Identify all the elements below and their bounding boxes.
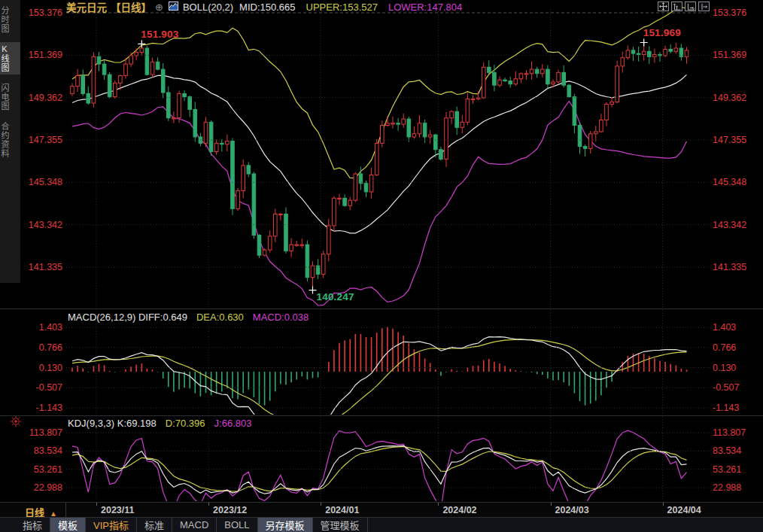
price-axis-label-left: 153.376 bbox=[21, 8, 62, 18]
circle-plus-icon[interactable]: ⊕ bbox=[155, 2, 163, 13]
month-label: 2024/03 bbox=[555, 505, 589, 515]
bottom-tab-6[interactable]: 另存模板 bbox=[258, 518, 313, 532]
sidebar-item-contract-info[interactable]: 合约资料 bbox=[0, 120, 20, 160]
panel-divider bbox=[0, 309, 763, 309]
price-axis-label-left: 141.335 bbox=[21, 262, 62, 272]
period-tag: 【日线】 bbox=[111, 0, 151, 14]
kdj-axis-label-right: 83.534 bbox=[713, 445, 761, 456]
macd-axis-label-left: -0.507 bbox=[21, 382, 62, 393]
price-annotation: 140.247 bbox=[317, 291, 354, 302]
kdj-title-k: KDJ(9,3,3) K:69.198 bbox=[68, 418, 157, 429]
crosshair-move-icon[interactable] bbox=[658, 2, 669, 11]
price-axis-label-right: 147.355 bbox=[713, 135, 761, 145]
macd-axis-label-left: 1.403 bbox=[21, 322, 62, 333]
price-axis-label-left: 147.355 bbox=[21, 135, 62, 145]
mini-chart-icon[interactable] bbox=[169, 2, 178, 13]
time-axis-row: 日线▲ 2023/112023/122024/012024/022024/032… bbox=[0, 502, 763, 517]
macd-title-diff: MACD(26,12,9) DIFF:0.649 bbox=[68, 312, 187, 323]
bottom-tab-0[interactable]: 指标 bbox=[15, 518, 50, 532]
macd-axis-label-right: 0.766 bbox=[713, 342, 761, 353]
price-axis-label-right: 153.376 bbox=[713, 8, 761, 18]
kdj-axis-label-left: 83.534 bbox=[21, 445, 62, 456]
month-tick bbox=[321, 503, 321, 506]
macd-axis-label-right: -0.507 bbox=[713, 382, 761, 393]
price-chart-canvas[interactable] bbox=[0, 0, 763, 532]
macd-axis-label-right: 0.130 bbox=[713, 363, 761, 373]
bottom-tab-7[interactable]: 管理模板 bbox=[313, 518, 368, 532]
price-axis-label-right: 143.342 bbox=[713, 220, 761, 230]
kdj-axis-label-left: 22.988 bbox=[21, 482, 62, 493]
bottom-tab-3[interactable]: 标准 bbox=[137, 518, 172, 532]
month-tick bbox=[551, 503, 552, 506]
kdj-j-value: J:66.803 bbox=[214, 418, 252, 429]
kdj-axis-label-right: 53.261 bbox=[713, 464, 761, 475]
symbol-title: 美元日元 bbox=[66, 0, 107, 14]
kdj-d-value: D:70.396 bbox=[166, 418, 205, 429]
price-axis-label-right: 149.362 bbox=[713, 93, 761, 103]
price-axis-label-right: 151.369 bbox=[713, 50, 761, 60]
kdj-axis-label-right: 113.807 bbox=[713, 427, 761, 438]
boll-mid-value: MID:150.665 bbox=[239, 2, 295, 13]
month-label: 2024/01 bbox=[325, 505, 359, 515]
month-label: 2023/11 bbox=[101, 505, 135, 515]
month-label: 2024/04 bbox=[667, 505, 701, 515]
month-tick bbox=[208, 503, 209, 506]
month-tick bbox=[663, 503, 664, 506]
chart-header: 美元日元 【日线】 ⊕ BOLL(20,2) MID:150.665 UPPER… bbox=[66, 1, 462, 13]
price-axis-label-left: 143.342 bbox=[21, 220, 62, 230]
chart-toolbar-icons bbox=[658, 2, 710, 11]
boll-indicator-label: BOLL(20,2) bbox=[183, 2, 233, 13]
macd-axis-label-left: 0.130 bbox=[21, 363, 62, 373]
price-annotation: 151.969 bbox=[643, 27, 681, 38]
axis-zoom-vertical-icon[interactable] bbox=[671, 2, 682, 11]
macd-dea-value: DEA:0.630 bbox=[196, 312, 244, 323]
time-axis-separator bbox=[65, 503, 66, 518]
sidebar-item-flash-chart[interactable]: 闪电图 bbox=[0, 81, 20, 113]
axis-shift-right-icon[interactable] bbox=[698, 2, 710, 11]
price-axis-label-left: 151.369 bbox=[21, 50, 62, 60]
bottom-tab-5[interactable]: BOLL bbox=[217, 518, 257, 532]
month-tick bbox=[96, 503, 97, 506]
chart-type-sidebar: 分时图K线图闪电图合约资料 bbox=[0, 0, 20, 283]
trading-terminal: 分时图K线图闪电图合约资料 美元日元 【日线】 ⊕ BOLL(20,2) MID… bbox=[0, 0, 763, 532]
month-label: 2023/12 bbox=[213, 505, 247, 515]
macd-panel-header: MACD(26,12,9) DIFF:0.649 DEA:0.630 MACD:… bbox=[68, 312, 309, 323]
sidebar-item-kline-chart[interactable]: K线图 bbox=[0, 42, 20, 74]
macd-hist-value: MACD:0.038 bbox=[253, 312, 309, 323]
price-axis-label-left: 145.348 bbox=[21, 177, 62, 187]
macd-axis-label-left: 0.766 bbox=[21, 342, 62, 353]
month-label: 2024/02 bbox=[442, 505, 476, 515]
price-axis-label-right: 145.348 bbox=[713, 177, 761, 187]
kdj-panel-header: KDJ(9,3,3) K:69.198 D:70.396 J:66.803 bbox=[68, 418, 251, 429]
axis-zoom-horizontal-icon[interactable] bbox=[685, 2, 696, 11]
panel-divider bbox=[0, 415, 763, 416]
bottom-toolbar: 指标模板VIP指标标准MACDBOLL另存模板管理模板 bbox=[0, 517, 763, 532]
kdj-axis-label-right: 22.988 bbox=[713, 482, 761, 493]
bottom-tab-4[interactable]: MACD bbox=[172, 518, 217, 532]
macd-axis-label-right: -1.143 bbox=[713, 403, 761, 413]
bottom-tab-2[interactable]: VIP指标 bbox=[86, 518, 137, 532]
price-axis-label-right: 141.335 bbox=[713, 262, 761, 272]
kdj-axis-label-left: 53.261 bbox=[21, 464, 62, 475]
boll-upper-value: UPPER:153.527 bbox=[306, 2, 378, 13]
price-annotation: 151.903 bbox=[141, 29, 178, 40]
kdj-axis-label-left: 113.807 bbox=[21, 427, 62, 438]
month-tick bbox=[438, 503, 439, 506]
macd-axis-label-left: -1.143 bbox=[21, 403, 62, 413]
bottom-tab-1[interactable]: 模板 bbox=[50, 518, 86, 532]
price-axis-label-left: 149.362 bbox=[21, 93, 62, 103]
macd-axis-label-right: 1.403 bbox=[713, 322, 761, 333]
boll-lower-value: LOWER:147.804 bbox=[388, 2, 462, 13]
sidebar-item-time-chart[interactable]: 分时图 bbox=[0, 4, 20, 35]
